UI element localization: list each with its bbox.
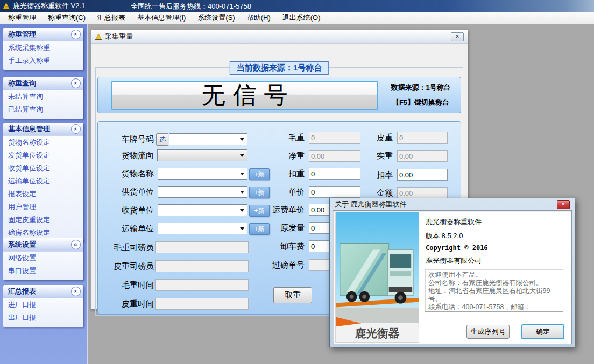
menu-item[interactable]: 汇总报表 — [91, 12, 131, 24]
field-label: 皮重 — [337, 132, 393, 144]
company-info-line: 公司名称：石家庄鹿光衡器有限公司。 — [428, 279, 560, 287]
menu-item[interactable]: 称重查询(C) — [42, 12, 91, 24]
weight-value-field — [397, 150, 448, 162]
generate-serial-button[interactable]: 生成序列号 — [466, 325, 510, 339]
sidebar-item[interactable]: 串口设置 — [3, 265, 83, 277]
capture-window-title: 采集重量 — [105, 32, 133, 41]
menu-item[interactable]: 退出系统(O) — [277, 12, 327, 24]
truck-photo: 鹿光衡器 — [335, 212, 419, 343]
menu-item[interactable]: 帮助(H) — [241, 12, 277, 24]
menu-item[interactable]: 称重管理 — [2, 12, 42, 24]
sidebar-section: 系统设置«网络设置串口设置 — [3, 238, 83, 280]
hotline-text: 全国统一售后服务热线：400-071-5758 — [131, 2, 251, 11]
sidebar-section-header[interactable]: 汇总报表« — [3, 285, 83, 298]
sidebar-section-title: 基本信息管理 — [8, 124, 50, 134]
sidebar-section: 称重管理«系统采集称重手工录入称重 — [3, 28, 83, 70]
sidebar-section-title: 称重管理 — [8, 30, 36, 39]
sidebar-section: 汇总报表«进厂日报出厂日报 — [3, 285, 83, 327]
field-label: 过磅单号 — [249, 259, 305, 271]
sidebar-item[interactable]: 网络设置 — [3, 252, 83, 265]
company-info-box: 欢迎使用本产品。公司名称：石家庄鹿光衡器有限公司。地址：河北省石家庄鹿泉区石柏北… — [425, 269, 563, 312]
sidebar-item[interactable]: 收货单位设定 — [3, 162, 83, 175]
capture-window-title-bar: 采集重量 ✕ — [91, 30, 468, 44]
sidebar-section-title: 系统设置 — [8, 240, 36, 249]
sidebar-section-header[interactable]: 称重查询« — [3, 77, 83, 90]
sidebar-item[interactable]: 进厂日报 — [3, 298, 83, 311]
field-label: 皮重时间 — [98, 298, 154, 310]
workspace-background: 采集重量 ✕ 当前数据来源：1号称台 无信号 数据来源：1号称台 【F5】键切换… — [88, 24, 594, 364]
about-dialog: 关于 鹿光衡器称重软件 ✕ — [329, 198, 575, 347]
signal-display: 无信号 — [111, 81, 378, 110]
sidebar-section: 称重查询«未结算查询已结算查询 — [3, 77, 83, 119]
source-info-line2: 【F5】键切换称台 — [380, 98, 462, 108]
title-bar: 鹿光衡器称重软件 V2.1 全国统一售后服务热线：400-071-5758 — [0, 0, 594, 12]
app-logo-icon — [2, 2, 10, 10]
ok-button[interactable]: 确定 — [521, 324, 564, 339]
sidebar-item[interactable]: 运输单位设定 — [3, 175, 83, 188]
sidebar-section-title: 称重查询 — [8, 78, 36, 88]
field-label: 毛重时间 — [98, 279, 154, 291]
sidebar-item[interactable]: 手工录入称重 — [3, 54, 83, 67]
collapse-chevron-icon[interactable]: « — [71, 124, 81, 134]
sidebar: 称重管理«系统采集称重手工录入称重称重查询«未结算查询已结算查询基本信息管理«货… — [0, 24, 88, 364]
menu-item[interactable]: 基本信息管理(I) — [131, 12, 192, 24]
company-info-line: lg82100713@163.com — [428, 311, 560, 312]
sidebar-item[interactable]: 报表设定 — [3, 188, 83, 201]
collapse-chevron-icon[interactable]: « — [71, 240, 81, 249]
about-dialog-title: 关于 鹿光衡器称重软件 — [335, 199, 407, 209]
collapse-chevron-icon[interactable]: « — [71, 30, 81, 39]
sidebar-section-header[interactable]: 系统设置« — [3, 238, 83, 252]
sidebar-section: 基本信息管理«货物名称设定发货单位设定收货单位设定运输单位设定报表设定用户管理固… — [3, 123, 83, 242]
field-label: 原发量 — [249, 222, 305, 234]
company-name: 鹿光衡器有限公司 — [426, 256, 482, 266]
sidebar-item[interactable]: 系统采集称重 — [3, 41, 83, 54]
weight-value-field[interactable] — [397, 169, 448, 181]
source-info-line1: 数据来源：1号称台 — [380, 83, 462, 92]
weight-value-field — [397, 187, 448, 199]
sidebar-item[interactable]: 用户管理 — [3, 201, 83, 213]
weight-value-field — [397, 132, 448, 144]
close-icon[interactable]: ✕ — [451, 32, 464, 41]
close-icon[interactable]: ✕ — [557, 200, 570, 209]
readonly-text-field — [155, 298, 249, 310]
sidebar-item[interactable]: 发货单位设定 — [3, 149, 83, 162]
truck-logo-text: 鹿光衡器 — [355, 327, 400, 339]
about-dialog-body: 鹿光衡器 鹿光衡器称重软件 版本 8.5.2.0 Copyright © 201… — [333, 210, 572, 344]
data-source-group-label: 当前数据来源：1号称台 — [230, 61, 329, 75]
about-dialog-title-bar: 关于 鹿光衡器称重软件 ✕ — [330, 198, 575, 210]
scale-icon — [95, 33, 102, 40]
sidebar-item[interactable]: 固定皮重设定 — [3, 213, 83, 226]
signal-panel: 无信号 数据来源：1号称台 【F5】键切换称台 — [97, 77, 461, 113]
company-info-line: 欢迎使用本产品。 — [428, 271, 560, 279]
sidebar-item[interactable]: 出厂日报 — [3, 311, 83, 324]
sidebar-item[interactable]: 磅房名称设定 — [3, 226, 83, 239]
sidebar-section-header[interactable]: 称重管理« — [3, 28, 83, 41]
readonly-text-field — [155, 279, 249, 291]
application-window: 鹿光衡器称重软件 V2.1 全国统一售后服务热线：400-071-5758 称重… — [0, 0, 594, 364]
source-info: 数据来源：1号称台 【F5】键切换称台 — [380, 83, 462, 108]
menu-item[interactable]: 系统设置(S) — [192, 12, 241, 24]
company-info-line: 地址：河北省石家庄鹿泉区石柏北大街99号。 — [428, 287, 560, 303]
version-text: 版本 8.5.2.0 — [426, 231, 463, 241]
sidebar-section-title: 汇总报表 — [8, 287, 36, 296]
sidebar-item[interactable]: 已结算查询 — [3, 103, 83, 116]
menu-bar: 称重管理称重查询(C)汇总报表基本信息管理(I)系统设置(S)帮助(H)退出系统… — [0, 12, 594, 24]
app-title: 鹿光衡器称重软件 V2.1 — [13, 1, 85, 11]
copyright-text: Copyright © 2016 — [426, 244, 488, 252]
field-label: 扣率 — [337, 169, 393, 181]
field-label: 卸车费 — [249, 240, 305, 252]
collapse-chevron-icon[interactable]: « — [71, 78, 81, 88]
product-name: 鹿光衡器称重软件 — [426, 217, 482, 227]
sidebar-section-header[interactable]: 基本信息管理« — [3, 123, 83, 136]
company-info-line: 联系电话：400-071-5758，邮箱： — [428, 303, 560, 311]
field-label: 实重 — [337, 150, 393, 162]
sidebar-item[interactable]: 未结算查询 — [3, 90, 83, 103]
field-label: 金额 — [337, 187, 393, 199]
collapse-chevron-icon[interactable]: « — [71, 287, 81, 296]
sidebar-item[interactable]: 货物名称设定 — [3, 136, 83, 149]
